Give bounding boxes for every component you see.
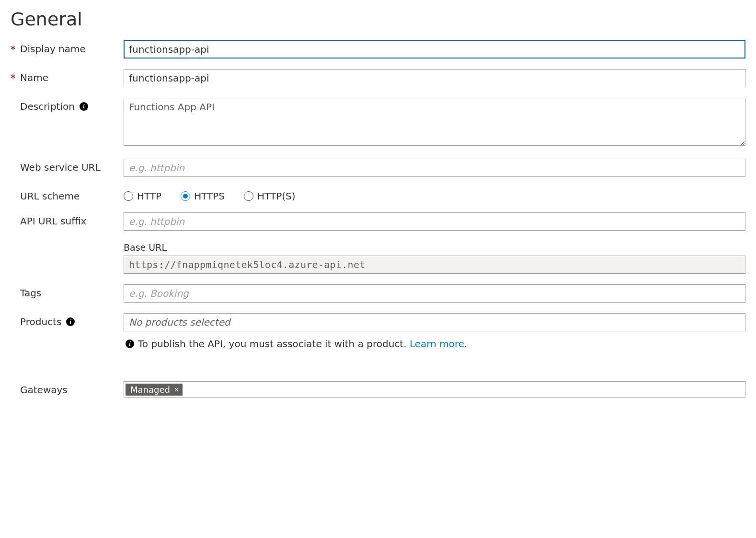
info-icon[interactable]: i xyxy=(80,102,88,111)
radio-icon xyxy=(181,191,190,201)
url-scheme-radiogroup: HTTP HTTPS HTTP(S) xyxy=(124,187,745,202)
tags-input[interactable] xyxy=(124,284,745,303)
web-service-url-label: Web service URL xyxy=(20,162,101,173)
products-helper-text: To publish the API, you must associate i… xyxy=(138,338,410,350)
radio-label: HTTP(S) xyxy=(257,190,295,202)
name-input xyxy=(124,69,745,87)
learn-more-link[interactable]: Learn more xyxy=(410,338,464,350)
radio-icon xyxy=(244,191,253,201)
base-url-label: Base URL xyxy=(124,242,745,253)
products-combobox[interactable]: No products selected xyxy=(124,313,745,331)
gateways-input[interactable]: Managed × xyxy=(124,381,745,398)
url-scheme-option-https[interactable]: HTTPS xyxy=(181,190,225,202)
close-icon[interactable]: × xyxy=(174,386,180,393)
display-name-label: Display name xyxy=(20,43,86,55)
radio-icon xyxy=(124,191,133,201)
tags-label: Tags xyxy=(20,287,41,299)
gateway-chip-label: Managed xyxy=(130,385,170,395)
info-icon: i xyxy=(126,339,134,348)
api-url-suffix-input[interactable] xyxy=(124,212,745,231)
base-url-value: https://fnappmiqnetek5loc4.azure-api.net xyxy=(124,256,745,274)
name-label: Name xyxy=(20,72,48,83)
radio-label: HTTP xyxy=(137,190,161,202)
required-asterisk: * xyxy=(11,43,17,55)
description-input[interactable]: Functions App API xyxy=(124,98,745,146)
web-service-url-input[interactable] xyxy=(124,159,745,177)
url-scheme-option-http[interactable]: HTTP xyxy=(124,190,161,202)
info-icon[interactable]: i xyxy=(66,317,75,326)
helper-trailing: . xyxy=(464,338,467,350)
products-label: Products xyxy=(20,316,61,327)
radio-label: HTTPS xyxy=(194,190,225,202)
section-title: General xyxy=(11,9,745,30)
gateways-label: Gateways xyxy=(20,384,68,396)
display-name-input[interactable] xyxy=(124,40,745,58)
url-scheme-label: URL scheme xyxy=(20,190,80,202)
gateway-chip: Managed × xyxy=(126,384,183,396)
description-label: Description xyxy=(20,101,75,112)
required-asterisk: * xyxy=(11,72,17,83)
api-url-suffix-label: API URL suffix xyxy=(20,215,86,227)
products-helper: i To publish the API, you must associate… xyxy=(124,338,745,350)
url-scheme-option-http-s[interactable]: HTTP(S) xyxy=(244,190,295,202)
general-form: * Display name * Name Description i Func… xyxy=(11,40,745,398)
